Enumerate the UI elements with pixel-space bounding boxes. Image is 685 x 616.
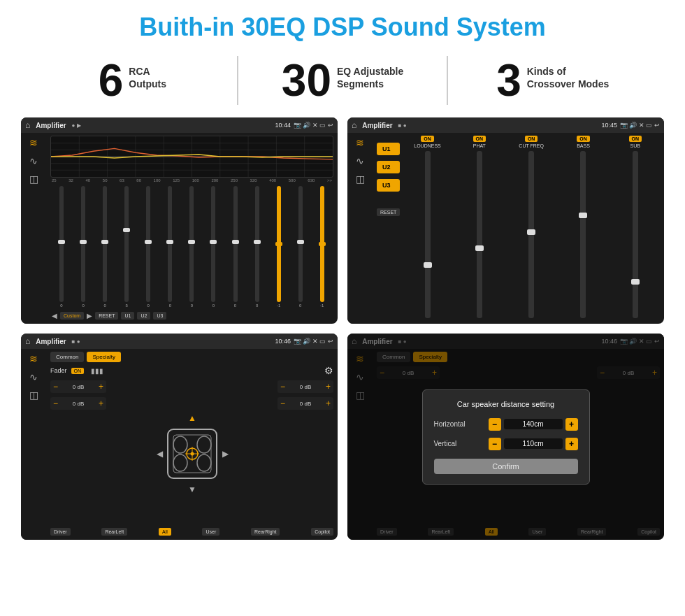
reset-btn[interactable]: RESET — [95, 312, 118, 320]
eq-slider-7: 0 — [189, 186, 194, 308]
eq-area: 25 32 40 50 63 80 100 125 160 200 250 32… — [46, 133, 338, 324]
svg-point-17 — [197, 436, 211, 453]
horizontal-value: 140cm — [504, 419, 563, 429]
screen2-title: Amplifier — [362, 122, 392, 129]
screen1-dots: ● ▶ — [72, 122, 81, 129]
db-minus-1[interactable]: − — [53, 382, 58, 391]
vertical-value: 110cm — [504, 438, 563, 449]
screen1-content: ≋ ∿ ◫ — [21, 133, 338, 324]
eq-slider-8: 0 — [211, 186, 215, 308]
eq-slider-11: -1 — [277, 186, 281, 308]
screen2-dots: ■ ● — [398, 122, 407, 129]
u2-btn[interactable]: U2 — [137, 312, 150, 320]
eq-slider-10: 0 — [255, 186, 259, 308]
db-plus-4[interactable]: + — [326, 399, 331, 408]
horizontal-plus-btn[interactable]: + — [565, 418, 578, 431]
eq-slider-5: 0 — [146, 186, 150, 308]
bass-label: BASS — [577, 143, 590, 148]
home-icon-3[interactable]: ⌂ — [25, 336, 30, 346]
fader-settings-icon[interactable]: ⚙ — [324, 365, 333, 376]
svg-point-16 — [173, 436, 187, 453]
custom-btn[interactable]: Custom — [60, 312, 84, 320]
loudness-on: ON — [421, 136, 434, 142]
db-control-3: − 0 dB + — [277, 380, 333, 393]
phat-label: PHAT — [473, 143, 486, 148]
db-minus-3[interactable]: − — [280, 382, 285, 391]
prev-arrow[interactable]: ◀ — [52, 312, 57, 320]
home-icon-1[interactable]: ⌂ — [25, 120, 30, 130]
loudness-slider[interactable] — [425, 151, 431, 318]
eq-bottom-bar: ◀ Custom ▶ RESET U1 U2 U3 — [50, 309, 333, 321]
svg-text:▶: ▶ — [222, 449, 229, 459]
eq-icon-3[interactable]: ≋ — [29, 353, 38, 364]
horizontal-stepper: − 140cm + — [489, 418, 578, 431]
eq-slider-13: -1 — [320, 186, 324, 308]
cutfreq-slider[interactable] — [528, 151, 534, 318]
u1-crossover-btn[interactable]: U1 — [377, 143, 400, 155]
distance-dialog: Car speaker distance setting Horizontal … — [422, 389, 590, 485]
home-icon-2[interactable]: ⌂ — [352, 120, 356, 130]
vertical-stepper: − 110cm + — [489, 438, 578, 450]
cutfreq-label: CUT FREQ — [519, 143, 544, 148]
phat-slider[interactable] — [477, 151, 482, 318]
rearright-btn[interactable]: RearRight — [251, 528, 280, 536]
common-tab[interactable]: Common — [50, 352, 84, 362]
vertical-minus-btn[interactable]: − — [489, 438, 501, 450]
wave-icon-2[interactable]: ∿ — [356, 155, 364, 166]
eq-slider-2: 0 — [81, 186, 85, 308]
wave-icon-3[interactable]: ∿ — [29, 371, 38, 382]
eq-slider-4: 5 — [124, 186, 129, 308]
db-val-2: 0 dB — [60, 401, 96, 407]
db-plus-2[interactable]: + — [99, 399, 103, 408]
speaker-icon-3[interactable]: ◫ — [29, 389, 38, 401]
bass-on: ON — [577, 136, 590, 142]
driver-btn[interactable]: Driver — [50, 528, 71, 536]
vertical-label: Vertical — [434, 440, 483, 447]
db-minus-4[interactable]: − — [280, 399, 285, 408]
u1-btn[interactable]: U1 — [121, 312, 134, 320]
screen3-dots: ■ ● — [72, 338, 80, 345]
page-title: Buith-in 30EQ DSP Sound System — [0, 0, 685, 49]
phat-col: ON PHAT — [455, 136, 504, 321]
all-btn[interactable]: All — [159, 528, 171, 536]
eq-icon[interactable]: ≋ — [29, 137, 38, 148]
screen-distance: ⌂ Amplifier ■ ● 10:46 📷 🔊 ✕ ▭ ↩ ≋ ∿ ◫ Co… — [347, 334, 664, 540]
sub-label: SUB — [630, 143, 640, 148]
bass-slider[interactable] — [580, 151, 586, 318]
rearleft-btn[interactable]: RearLeft — [101, 528, 127, 536]
status-bar-3: ⌂ Amplifier ■ ● 10:46 📷 🔊 ✕ ▭ ↩ — [21, 334, 338, 349]
eq-icon-2[interactable]: ≋ — [356, 137, 364, 148]
sub-slider[interactable] — [633, 151, 638, 318]
eq-slider-9: 0 — [233, 186, 238, 308]
fader-bars: ▮▮▮ — [91, 367, 103, 375]
svg-point-18 — [173, 454, 187, 471]
copilot-btn[interactable]: Copilot — [311, 528, 333, 536]
db-minus-2[interactable]: − — [53, 399, 58, 408]
next-arrow[interactable]: ▶ — [87, 312, 92, 320]
specialty-tab[interactable]: Specialty — [87, 352, 120, 362]
stats-row: 6 RCAOutputs 30 EQ AdjustableSegments 3 … — [0, 49, 685, 113]
db-plus-3[interactable]: + — [326, 382, 331, 392]
sub-col: ON SUB — [611, 136, 660, 321]
speaker-icon[interactable]: ◫ — [29, 173, 38, 185]
speaker-icon-2[interactable]: ◫ — [356, 173, 365, 185]
user-btn[interactable]: User — [202, 528, 219, 536]
u2-crossover-btn[interactable]: U2 — [377, 161, 400, 173]
db-plus-1[interactable]: + — [99, 382, 103, 392]
crossover-controls: ON LOUDNESS ON PHAT ON — [403, 136, 660, 321]
db-control-1: − 0 dB + — [50, 380, 106, 393]
screens-grid: ⌂ Amplifier ● ▶ 10:44 📷 🔊 ✕ ▭ ↩ ≋ ∿ ◫ — [0, 113, 685, 547]
horizontal-minus-btn[interactable]: − — [489, 418, 501, 431]
confirm-button[interactable]: Confirm — [434, 459, 578, 474]
svg-text:▼: ▼ — [188, 485, 196, 494]
u3-btn[interactable]: U3 — [153, 312, 166, 320]
stat-number-30: 30 — [282, 58, 331, 103]
eq-slider-12: 0 — [298, 186, 303, 308]
u3-crossover-btn[interactable]: U3 — [377, 179, 400, 192]
screen1-sidebar: ≋ ∿ ◫ — [21, 133, 46, 324]
sub-on: ON — [629, 136, 642, 142]
eq-slider-1: 0 — [59, 186, 64, 308]
vertical-plus-btn[interactable]: + — [565, 438, 578, 450]
wave-icon[interactable]: ∿ — [29, 155, 38, 166]
crossover-reset-btn[interactable]: RESET — [377, 208, 400, 216]
